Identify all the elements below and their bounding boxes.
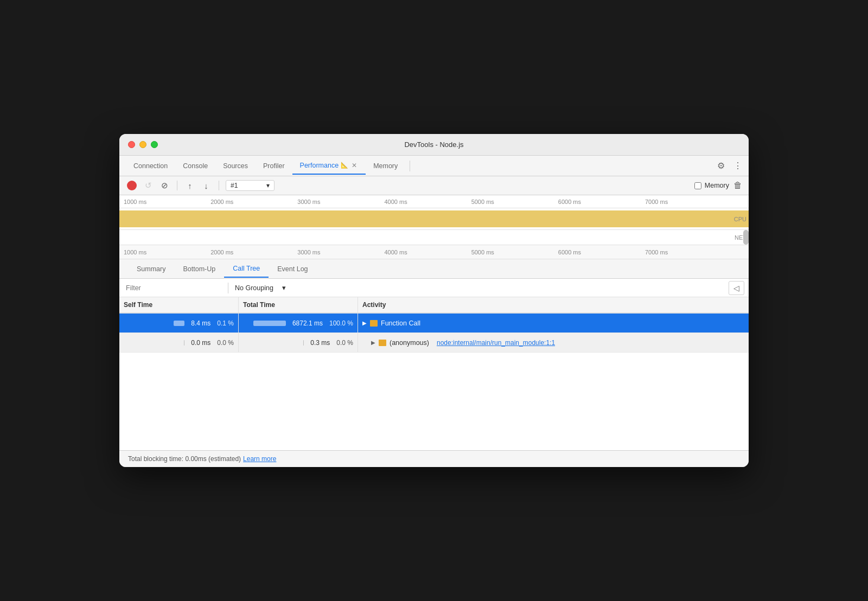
refresh-button[interactable]: ↺	[142, 180, 154, 191]
timeline-ruler-bottom: 1000 ms 2000 ms 3000 ms 4000 ms 5000 ms …	[119, 245, 749, 259]
scrollbar-thumb[interactable]	[743, 230, 749, 245]
grouping-select[interactable]: No Grouping ▾	[228, 284, 729, 292]
ruler-labels-bottom: 1000 ms 2000 ms 3000 ms 4000 ms 5000 ms …	[119, 249, 749, 255]
tab-memory[interactable]: Memory	[366, 158, 405, 174]
td-activity-row2: ▶ (anonymous) node:internal/main/run_mai…	[358, 333, 749, 352]
cpu-bar	[119, 210, 749, 227]
self-time-pct-row1: 0.1 %	[217, 319, 234, 327]
performance-tab-container: Performance 📐 ✕	[300, 162, 359, 169]
ruler-label-5: 6000 ms	[558, 199, 645, 205]
tab-sources[interactable]: Sources	[215, 158, 256, 174]
learn-more-link[interactable]: Learn more	[243, 455, 276, 463]
tab-connection[interactable]: Connection	[126, 158, 175, 174]
td-total-time-row1: 6872.1 ms 100.0 %	[239, 314, 358, 333]
ruler-label-0: 1000 ms	[124, 199, 210, 205]
filter-input[interactable]	[119, 280, 228, 296]
folder-icon-row1	[370, 320, 378, 327]
table-header: Self Time Total Time Activity	[119, 297, 749, 314]
memory-checkbox-text: Memory	[705, 182, 729, 189]
tab-separator	[410, 161, 410, 171]
total-time-ms-row2: 0.3 ms	[310, 339, 330, 347]
status-text: Total blocking time: 0.00ms (estimated)	[128, 455, 241, 463]
upload-button[interactable]: ↑	[184, 180, 196, 191]
tab-profiler[interactable]: Profiler	[256, 158, 292, 174]
ruler2-label-1: 2000 ms	[210, 249, 297, 255]
window-title: DevTools - Node.js	[404, 140, 463, 149]
clear-button[interactable]: 🗑	[733, 181, 742, 190]
analysis-tabs: Summary Bottom-Up Call Tree Event Log	[119, 259, 749, 279]
total-time-bar-row1	[253, 321, 286, 326]
ruler-label-1: 2000 ms	[210, 199, 297, 205]
tab-performance-label: Performance	[300, 162, 339, 169]
performance-tab-icon: 📐	[341, 162, 348, 169]
capture-label: #1	[231, 182, 238, 189]
self-time-pct-row2: 0.0 %	[217, 339, 234, 347]
ruler2-label-6: 7000 ms	[645, 249, 732, 255]
th-self-time: Self Time	[119, 297, 239, 312]
more-icon[interactable]: ⋮	[733, 162, 742, 170]
ruler2-label-0: 1000 ms	[124, 249, 210, 255]
tab-bottom-up[interactable]: Bottom-Up	[174, 261, 224, 277]
expand-arrow-row1[interactable]: ▶	[362, 320, 367, 326]
ruler-label-4: 5000 ms	[471, 199, 558, 205]
timeline-ruler-top: 1000 ms 2000 ms 3000 ms 4000 ms 5000 ms …	[119, 195, 749, 208]
ruler-labels-top: 1000 ms 2000 ms 3000 ms 4000 ms 5000 ms …	[119, 199, 749, 205]
td-self-time-row2: 0.0 ms 0.0 %	[119, 333, 239, 352]
memory-checkbox-label[interactable]: Memory	[694, 182, 729, 189]
td-self-time-row1: 8.4 ms 0.1 %	[119, 314, 239, 333]
toolbar-sep-2	[219, 181, 219, 190]
memory-checkbox-input[interactable]	[694, 182, 701, 189]
total-time-ms-row1: 6872.1 ms	[292, 319, 323, 327]
table-row[interactable]: 8.4 ms 0.1 % 6872.1 ms 100.0 % ▶ Functio…	[119, 314, 749, 333]
refresh-icon: ↺	[145, 181, 152, 190]
performance-tab-close[interactable]: ✕	[350, 162, 358, 169]
net-bar-container: NET	[119, 230, 749, 245]
tab-console[interactable]: Console	[175, 158, 215, 174]
activity-link-row2[interactable]: node:internal/main/run_main_module:1:1	[437, 339, 555, 347]
stop-button[interactable]: ⊘	[158, 180, 170, 191]
total-time-pct-row2: 0.0 %	[336, 339, 353, 347]
ruler2-label-5: 6000 ms	[558, 249, 645, 255]
activity-name-row1: Function Call	[381, 319, 420, 327]
minimize-button[interactable]	[139, 141, 146, 148]
empty-content-area	[119, 353, 749, 450]
total-time-pct-row1: 100.0 %	[329, 319, 353, 327]
record-icon	[127, 181, 137, 190]
th-activity: Activity	[358, 297, 749, 312]
th-total-time: Total Time	[239, 297, 358, 312]
sidebar-toggle-icon: ◁	[733, 284, 739, 292]
ruler2-label-2: 3000 ms	[297, 249, 384, 255]
ruler2-label-4: 5000 ms	[471, 249, 558, 255]
traffic-lights	[128, 141, 158, 148]
capture-select[interactable]: #1 ▾	[226, 180, 275, 191]
activity-name-row2: (anonymous)	[390, 339, 429, 347]
data-table: Self Time Total Time Activity 8.4 ms 0.1…	[119, 297, 749, 353]
self-time-ms-row2: 0.0 ms	[191, 339, 210, 347]
expand-arrow-row2[interactable]: ▶	[371, 340, 375, 346]
grouping-chevron-icon: ▾	[282, 284, 286, 292]
tab-performance[interactable]: Performance 📐 ✕	[292, 157, 366, 175]
cpu-bar-container: CPU	[119, 208, 749, 230]
tab-summary[interactable]: Summary	[128, 261, 174, 277]
toolbar: ↺ ⊘ ↑ ↓ #1 ▾ Memory 🗑	[119, 176, 749, 195]
ruler2-label-3: 4000 ms	[384, 249, 471, 255]
tab-bar: Connection Console Sources Profiler Perf…	[119, 156, 749, 176]
table-row[interactable]: 0.0 ms 0.0 % 0.3 ms 0.0 % ▶ (anonymous) …	[119, 333, 749, 353]
self-time-ms-row1: 8.4 ms	[191, 319, 210, 327]
download-icon: ↓	[204, 181, 208, 190]
record-button[interactable]	[126, 180, 138, 191]
self-time-bar-row2	[184, 340, 184, 346]
filter-bar: No Grouping ▾ ◁	[119, 279, 749, 297]
total-time-bar-row2	[303, 340, 304, 346]
tab-call-tree[interactable]: Call Tree	[224, 260, 269, 278]
download-button[interactable]: ↓	[200, 180, 212, 191]
tab-right-icons: ⚙ ⋮	[717, 162, 742, 170]
tab-event-log[interactable]: Event Log	[269, 261, 316, 277]
sidebar-toggle-button[interactable]: ◁	[729, 281, 744, 295]
close-button[interactable]	[128, 141, 135, 148]
settings-icon[interactable]: ⚙	[717, 162, 725, 170]
maximize-button[interactable]	[151, 141, 158, 148]
grouping-label: No Grouping	[235, 284, 273, 292]
cpu-label: CPU	[734, 216, 746, 222]
devtools-window: DevTools - Node.js Connection Console So…	[119, 134, 749, 467]
